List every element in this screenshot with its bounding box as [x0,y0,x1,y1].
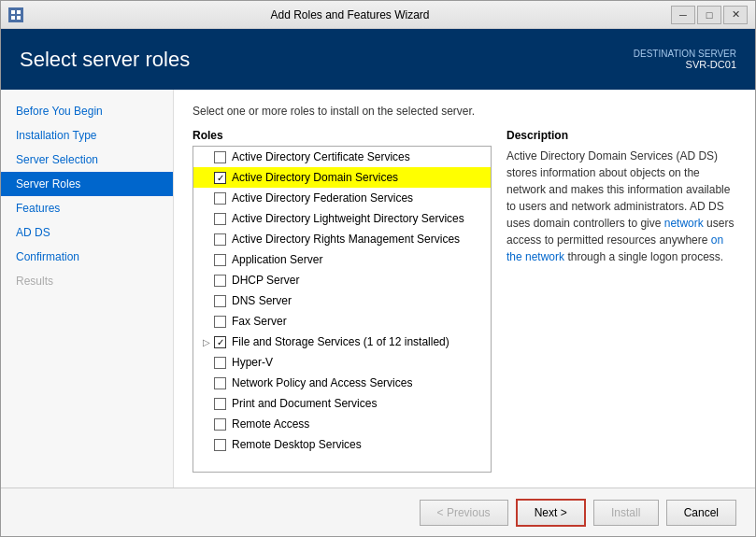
description-panel: Description Active Directory Domain Serv… [506,129,736,473]
role-item-dns[interactable]: DNS Server [193,290,491,311]
role-name-ad-fed: Active Directory Federation Services [232,191,413,205]
role-item-network-policy[interactable]: Network Policy and Access Services [193,373,491,393]
description-label: Description [506,129,736,142]
role-name-dhcp: DHCP Server [232,274,299,287]
close-button[interactable]: ✕ [723,6,748,24]
role-checkbox-ad-rights[interactable] [214,233,226,246]
svg-rect-1 [11,10,15,14]
role-checkbox-dns[interactable] [214,295,226,307]
role-checkbox-hyper-v[interactable] [214,357,226,369]
role-name-fax: Fax Server [232,315,287,328]
role-name-hyper-v: Hyper-V [232,356,273,369]
role-name-remote-access: Remote Access [232,417,309,431]
roles-list[interactable]: Active Directory Certificate Services✓Ac… [193,146,492,473]
minimize-button[interactable]: ─ [671,6,695,24]
role-name-dns: DNS Server [232,294,292,307]
role-item-hyper-v[interactable]: Hyper-V [193,352,491,373]
wizard-window: Add Roles and Features Wizard ─ □ ✕ Sele… [0,0,756,537]
role-name-ad-light: Active Directory Lightweight Directory S… [232,212,464,225]
page-title: Select server roles [20,48,190,72]
role-item-ad-rights[interactable]: Active Directory Rights Management Servi… [193,229,491,249]
role-name-network-policy: Network Policy and Access Services [232,376,412,389]
role-item-file-storage[interactable]: ▷✓File and Storage Services (1 of 12 ins… [193,332,491,352]
role-checkbox-fax[interactable] [214,316,226,328]
sidebar-item-ad-ds[interactable]: AD DS [1,220,173,245]
content-area: Select one or more roles to install on t… [174,90,755,488]
window-icon [8,7,23,22]
role-checkbox-ad-fed[interactable] [214,192,226,205]
role-name-file-storage: File and Storage Services (1 of 12 insta… [232,335,449,348]
sidebar-item-server-selection[interactable]: Server Selection [1,148,173,172]
maximize-button[interactable]: □ [697,6,721,24]
window-controls: ─ □ ✕ [671,6,748,24]
sidebar-item-confirmation[interactable]: Confirmation [1,245,173,269]
description-text: Active Directory Domain Services (AD DS)… [506,148,736,265]
role-item-remote-desktop[interactable]: Remote Desktop Services [193,434,491,455]
instruction-text: Select one or more roles to install on t… [193,105,736,118]
role-checkbox-file-storage[interactable]: ✓ [214,336,226,348]
role-checkbox-dhcp[interactable] [214,275,226,287]
sidebar-item-installation-type[interactable]: Installation Type [1,123,173,148]
destination-label: DESTINATION SERVER [634,49,736,59]
svg-rect-4 [17,16,21,20]
sidebar-item-results: Results [1,269,173,293]
role-checkbox-app-server[interactable] [214,254,226,266]
role-item-ad-cert[interactable]: Active Directory Certificate Services [193,147,491,167]
main-content: Before You Begin Installation Type Serve… [1,90,755,488]
title-bar: Add Roles and Features Wizard ─ □ ✕ [1,1,755,29]
role-item-ad-domain[interactable]: ✓Active Directory Domain Services [193,167,491,188]
cancel-button[interactable]: Cancel [666,500,736,526]
roles-label: Roles [193,129,492,142]
role-checkbox-ad-light[interactable] [214,213,226,225]
svg-rect-3 [11,16,15,20]
role-name-ad-domain: Active Directory Domain Services [232,171,398,184]
role-item-fax[interactable]: Fax Server [193,311,491,332]
sidebar-item-features[interactable]: Features [1,196,173,220]
footer: < Previous Next > Install Cancel [1,488,755,536]
roles-list-container: Roles Active Directory Certificate Servi… [193,129,492,473]
role-item-ad-fed[interactable]: Active Directory Federation Services [193,188,491,208]
sidebar-item-before-you-begin[interactable]: Before You Begin [1,99,173,123]
expand-arrow-icon[interactable]: ▷ [201,336,212,347]
role-checkbox-print-doc[interactable] [214,398,226,410]
role-item-print-doc[interactable]: Print and Document Services [193,393,491,414]
role-name-remote-desktop: Remote Desktop Services [232,438,362,451]
role-checkbox-remote-access[interactable] [214,418,226,431]
destination-server-info: DESTINATION SERVER SVR-DC01 [634,49,736,70]
role-item-dhcp[interactable]: DHCP Server [193,270,491,290]
role-checkbox-network-policy[interactable] [214,377,226,389]
window-title: Add Roles and Features Wizard [29,8,671,21]
server-name: SVR-DC01 [634,59,736,70]
role-name-print-doc: Print and Document Services [232,397,377,410]
role-checkbox-remote-desktop[interactable] [214,439,226,451]
page-header: Select server roles DESTINATION SERVER S… [1,29,755,90]
role-name-ad-cert: Active Directory Certificate Services [232,150,410,163]
role-item-remote-access[interactable]: Remote Access [193,414,491,434]
role-checkbox-ad-domain[interactable]: ✓ [214,172,226,184]
install-button[interactable]: Install [593,500,659,526]
sidebar: Before You Begin Installation Type Serve… [1,90,174,488]
role-name-ad-rights: Active Directory Rights Management Servi… [232,233,460,246]
role-item-app-server[interactable]: Application Server [193,249,491,270]
roles-section: Roles Active Directory Certificate Servi… [193,129,736,473]
previous-button[interactable]: < Previous [420,500,508,526]
svg-rect-2 [17,10,21,14]
role-item-ad-light[interactable]: Active Directory Lightweight Directory S… [193,208,491,229]
role-checkbox-ad-cert[interactable] [214,151,226,163]
sidebar-item-server-roles[interactable]: Server Roles [1,172,173,196]
next-button[interactable]: Next > [516,499,586,527]
role-name-app-server: Application Server [232,253,322,266]
